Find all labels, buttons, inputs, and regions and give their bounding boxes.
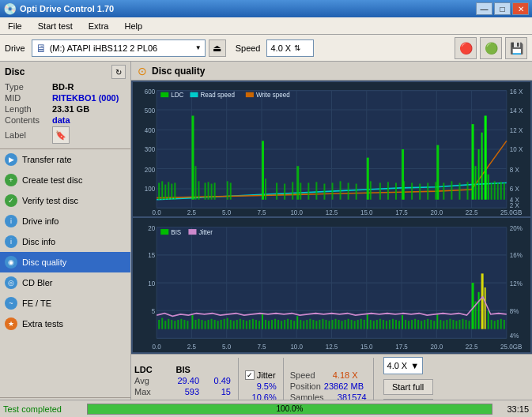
svg-rect-177 (322, 319, 323, 329)
svg-rect-192 (370, 320, 372, 329)
drive-selector[interactable]: 🖥 (M:) ATAPI iHBS112 2 PL06 ▼ (32, 39, 206, 57)
svg-rect-63 (458, 183, 460, 200)
svg-rect-191 (367, 314, 368, 329)
disc-label-icon-button[interactable]: 🔖 (52, 126, 70, 144)
svg-rect-147 (227, 318, 228, 329)
svg-rect-51 (379, 183, 381, 200)
svg-rect-218 (452, 320, 454, 329)
svg-rect-182 (338, 320, 340, 329)
svg-text:600: 600 (145, 88, 156, 96)
svg-rect-150 (236, 320, 238, 329)
svg-rect-23 (168, 182, 169, 199)
nav-verify-test-disc[interactable]: ✓ Verify test disc (0, 190, 130, 211)
nav-cd-bler[interactable]: ◎ CD Bler (0, 272, 130, 293)
minimize-button[interactable]: — (476, 2, 492, 15)
avg-bis-value: 0.49 (202, 376, 231, 385)
svg-rect-73 (497, 183, 499, 200)
svg-text:25.0: 25.0 (500, 343, 513, 351)
menu-extra[interactable]: Extra (84, 20, 114, 32)
toolbar-btn-1[interactable]: 🔴 (455, 37, 477, 59)
menu-help[interactable]: Help (119, 20, 147, 32)
avg-label: Avg (134, 376, 157, 385)
svg-text:10.0: 10.0 (290, 343, 303, 351)
svg-rect-185 (348, 319, 349, 329)
svg-rect-140 (205, 321, 206, 329)
svg-rect-155 (252, 319, 254, 329)
svg-text:6 X: 6 X (510, 186, 520, 193)
svg-text:22.5: 22.5 (466, 343, 478, 351)
svg-rect-49 (367, 158, 369, 200)
svg-rect-159 (265, 320, 266, 329)
chart-title: Disc quality (152, 66, 205, 77)
svg-rect-202 (402, 315, 403, 329)
svg-rect-41 (296, 166, 299, 200)
svg-rect-163 (277, 320, 279, 329)
svg-rect-214 (440, 320, 441, 329)
ldc-header: LDC (134, 365, 153, 374)
toolbar-btn-2[interactable]: 🟢 (480, 37, 502, 59)
nav-disc-quality[interactable]: ◉ Disc quality (0, 252, 130, 272)
disc-refresh-button[interactable]: ↻ (111, 65, 126, 79)
create-test-disc-icon: + (5, 174, 17, 186)
stats-speed-selector[interactable]: 4.0 X ▼ (383, 357, 424, 374)
svg-rect-28 (198, 181, 199, 199)
start-full-button[interactable]: Start full (383, 379, 433, 395)
main-layout: Disc ↻ Type BD-R MID RITEKBO1 (000) Leng… (0, 62, 532, 417)
svg-rect-40 (300, 183, 301, 200)
svg-rect-60 (436, 145, 439, 200)
svg-rect-211 (430, 320, 432, 329)
svg-rect-24 (171, 184, 172, 200)
max-bis-value: 15 (202, 387, 231, 396)
svg-rect-61 (443, 183, 444, 200)
svg-rect-148 (230, 320, 232, 329)
close-button[interactable]: ✕ (512, 2, 529, 15)
toolbar-btn-3[interactable]: 💾 (505, 37, 527, 59)
chart-title-icon: ⊙ (138, 65, 147, 77)
svg-rect-137 (194, 320, 196, 329)
nav-create-test-disc[interactable]: + Create test disc (0, 170, 130, 190)
nav-drive-info[interactable]: i Drive info (0, 211, 130, 231)
nav-disc-info[interactable]: i Disc info (0, 231, 130, 252)
eject-button[interactable]: ⏏ (209, 39, 226, 57)
nav-extra-tests[interactable]: ★ Extra tests (0, 314, 130, 334)
svg-text:2.5: 2.5 (187, 209, 197, 216)
svg-rect-162 (274, 319, 276, 329)
max-label: Max (134, 387, 157, 396)
svg-text:15.0: 15.0 (360, 209, 373, 216)
drive-dropdown-arrow: ▼ (195, 44, 202, 51)
speed-selector[interactable]: 4.0 X ⇅ (266, 39, 314, 57)
svg-rect-197 (386, 321, 387, 329)
svg-text:100: 100 (145, 186, 156, 193)
menu-start-test[interactable]: Start test (33, 20, 77, 32)
svg-rect-48 (356, 184, 357, 200)
menu-file[interactable]: File (3, 20, 27, 32)
svg-rect-229 (488, 310, 489, 329)
nav-verify-test-disc-label: Verify test disc (22, 196, 78, 205)
svg-rect-145 (221, 320, 222, 329)
jitter-checkbox[interactable]: ✓ (245, 370, 255, 380)
nav-create-test-disc-label: Create test disc (22, 175, 82, 185)
svg-rect-146 (224, 319, 225, 329)
nav-fe-te[interactable]: ~ FE / TE (0, 293, 130, 314)
svg-rect-149 (233, 321, 235, 329)
svg-rect-153 (246, 321, 247, 329)
svg-rect-152 (243, 320, 244, 329)
window-controls: — □ ✕ (476, 2, 529, 15)
svg-rect-187 (354, 321, 356, 329)
svg-rect-25 (174, 183, 175, 200)
maximize-button[interactable]: □ (494, 2, 511, 15)
svg-rect-59 (435, 182, 436, 199)
svg-text:12.5: 12.5 (326, 343, 338, 351)
nav-transfer-rate[interactable]: ▶ Transfer rate (0, 149, 130, 170)
svg-rect-233 (500, 319, 502, 329)
svg-rect-127 (161, 318, 163, 329)
svg-text:20.0: 20.0 (430, 209, 443, 216)
disc-mid-label: MID (5, 93, 52, 103)
svg-rect-53 (395, 183, 397, 200)
svg-rect-62 (451, 181, 452, 199)
disc-length-value: 23.31 GB (52, 104, 89, 114)
svg-text:17.5: 17.5 (395, 209, 408, 216)
svg-rect-209 (424, 320, 425, 329)
svg-rect-29 (205, 183, 206, 200)
svg-rect-193 (373, 321, 375, 329)
